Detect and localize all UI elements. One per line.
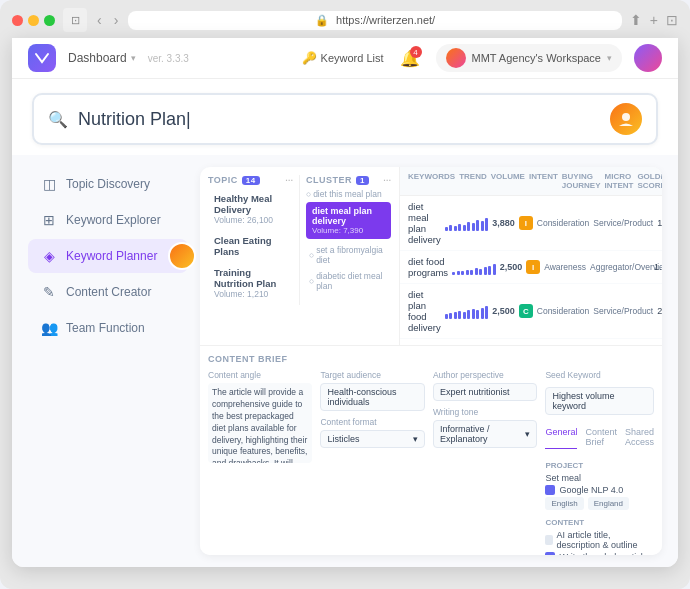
sidebar-item-team-function[interactable]: 👥 Team Function — [28, 311, 188, 345]
workspace-label: MMT Agency's Workspace — [472, 52, 601, 64]
minimize-button[interactable] — [28, 15, 39, 26]
content-option-1[interactable]: AI article title, description & outline — [545, 530, 654, 550]
golden-score: 1.25 — [654, 262, 662, 272]
writing-tone-select[interactable]: Informative / Explanatory ▾ — [433, 420, 537, 448]
author-perspective-label: Author perspective — [433, 370, 537, 380]
url-text: https://writerzen.net/ — [336, 14, 435, 26]
sidebar-item-topic-discovery[interactable]: ◫ Topic Discovery — [28, 167, 188, 201]
keyword-explorer-icon: ⊞ — [40, 212, 58, 228]
table-row[interactable]: diet food programs — [400, 251, 662, 284]
trend-chart — [452, 259, 496, 275]
target-audience-input[interactable]: Health-conscious individuals — [320, 383, 424, 411]
table-row[interactable]: diet plan food delivery — [400, 284, 662, 339]
back-button[interactable]: ‹ — [95, 12, 104, 28]
content-brief-header: CONTENT BRIEF — [208, 354, 654, 364]
col-volume: VOLUME — [491, 172, 525, 190]
content-angle-col: Content angle The article will provide a… — [208, 370, 312, 555]
close-button[interactable] — [12, 15, 23, 26]
sidebar-label-topic-discovery: Topic Discovery — [66, 177, 150, 191]
intent-badge: I — [519, 216, 533, 230]
topic-panel-header: TOPIC 14 ⋯ — [208, 175, 293, 185]
dashboard-arrow: ▾ — [131, 53, 136, 63]
ai-model-label: Google NLP 4.0 — [559, 485, 623, 495]
keyword-list-button[interactable]: 🔑 Keyword List — [302, 51, 384, 65]
cluster-item-fibromyalgia[interactable]: ○ set a fibromyalgia diet — [306, 242, 391, 268]
keyword-volume: 2,500 — [500, 262, 523, 272]
tab-icon: ⊡ — [63, 8, 87, 32]
sidebar: ◫ Topic Discovery ⊞ Keyword Explorer ◈ K… — [28, 167, 188, 555]
writing-tone-label: Writing tone — [433, 407, 537, 417]
keyword-volume: 3,880 — [492, 218, 515, 228]
topic-item-clean-eating[interactable]: Clean Eating Plans — [208, 231, 293, 261]
sidebar-item-content-creator[interactable]: ✎ Content Creator — [28, 275, 188, 309]
col-golden-score: GOLDEN SCORE — [637, 172, 662, 190]
topic-item-healthy-meal[interactable]: Healthy Meal Delivery Volume: 26,100 — [208, 189, 293, 229]
sidebar-item-keyword-planner[interactable]: ◈ Keyword Planner — [28, 239, 188, 273]
share-icon[interactable]: ⬆ — [630, 12, 642, 28]
content-brief-section: CONTENT BRIEF Content angle The article … — [200, 345, 662, 555]
keyword-name: diet food programs — [408, 256, 448, 278]
tab-general[interactable]: General — [545, 425, 577, 449]
search-user-avatar — [610, 103, 642, 135]
golden-score: 2.01 — [657, 306, 662, 316]
language-badges: English England — [545, 497, 654, 510]
grid-icon[interactable]: ⊡ — [666, 12, 678, 28]
cluster-panel-header: CLUSTER 1 ⋯ — [306, 175, 391, 185]
sidebar-item-keyword-explorer[interactable]: ⊞ Keyword Explorer — [28, 203, 188, 237]
keyword-name: diet plan food delivery — [408, 289, 441, 333]
keywords-table-header: KEYWORDS TREND VOLUME INTENT BUYING JOUR… — [400, 167, 662, 196]
keyword-planner-icon: ◈ — [40, 248, 58, 264]
content-option-2[interactable]: Write the whole article — [545, 552, 654, 555]
dashboard-menu[interactable]: Dashboard ▾ — [68, 51, 136, 65]
user-avatar[interactable] — [634, 44, 662, 72]
dashboard-label: Dashboard — [68, 51, 127, 65]
notification-bell[interactable]: 🔔 4 — [396, 44, 424, 72]
perspective-col: Author perspective Expert nutritionist W… — [433, 370, 537, 555]
tab-shared-access[interactable]: Shared Access — [625, 425, 654, 449]
brief-tabs: General Content Brief Shared Access — [545, 425, 654, 449]
active-user-indicator — [168, 242, 196, 270]
seed-keyword-input[interactable]: Highest volume keyword — [545, 387, 654, 415]
author-perspective-value: Expert nutritionist — [440, 387, 510, 397]
sidebar-label-keyword-explorer: Keyword Explorer — [66, 213, 161, 227]
add-tab-icon[interactable]: + — [650, 12, 658, 28]
ai-checkbox[interactable] — [545, 485, 555, 495]
topic-item-training-nutrition[interactable]: Training Nutrition Plan Volume: 1,210 — [208, 263, 293, 303]
forward-button[interactable]: › — [112, 12, 121, 28]
audience-col: Target audience Health-conscious individ… — [320, 370, 424, 555]
content-area: TOPIC 14 ⋯ Healthy Meal Delivery Volume:… — [200, 167, 662, 555]
cluster-count-badge: 1 — [356, 176, 369, 185]
content-format-value: Listicles — [327, 434, 359, 444]
col-keywords: KEYWORDS — [408, 172, 455, 190]
workspace-selector[interactable]: MMT Agency's Workspace ▾ — [436, 44, 622, 72]
seed-keyword-label: Seed Keyword — [545, 370, 654, 380]
author-perspective-input[interactable]: Expert nutritionist — [433, 383, 537, 401]
sidebar-label-team-function: Team Function — [66, 321, 145, 335]
topic-cluster-panel: TOPIC 14 ⋯ Healthy Meal Delivery Volume:… — [200, 167, 400, 345]
maximize-button[interactable] — [44, 15, 55, 26]
buying-journey: Awareness — [544, 262, 586, 272]
content-option-2-label: Write the whole article — [559, 552, 647, 555]
cluster-item-selected[interactable]: diet meal plan delivery Volume: 7,390 — [306, 202, 391, 239]
content-format-select[interactable]: Listicles ▾ — [320, 430, 424, 448]
search-input[interactable] — [78, 109, 600, 130]
logo — [28, 44, 56, 72]
table-row[interactable]: diet meal plan delivery — [400, 196, 662, 251]
target-audience-label: Target audience — [320, 370, 424, 380]
project-section-label: PROJECT — [545, 461, 654, 470]
cluster-item-diabetic[interactable]: ○ diabetic diet meal plan — [306, 268, 391, 294]
cluster-option-all[interactable]: ○ diet this meal plan — [306, 189, 391, 199]
team-function-icon: 👥 — [40, 320, 58, 336]
keywords-table-body: diet meal plan delivery — [400, 196, 662, 345]
keyword-volume: 2,500 — [492, 306, 515, 316]
address-bar[interactable]: 🔒 https://writerzen.net/ — [128, 11, 621, 30]
sidebar-label-keyword-planner: Keyword Planner — [66, 249, 157, 263]
version-label: ver. 3.3.3 — [148, 53, 189, 64]
ai-model-row: Google NLP 4.0 — [545, 485, 654, 495]
content-angle-text[interactable]: The article will provide a comprehensive… — [208, 383, 312, 463]
project-section: PROJECT Set meal Google NLP 4.0 — [545, 461, 654, 510]
workspace-avatar — [446, 48, 466, 68]
language-badge: English — [545, 497, 583, 510]
tab-content-brief[interactable]: Content Brief — [585, 425, 617, 449]
main-layout: ◫ Topic Discovery ⊞ Keyword Explorer ◈ K… — [12, 155, 678, 567]
